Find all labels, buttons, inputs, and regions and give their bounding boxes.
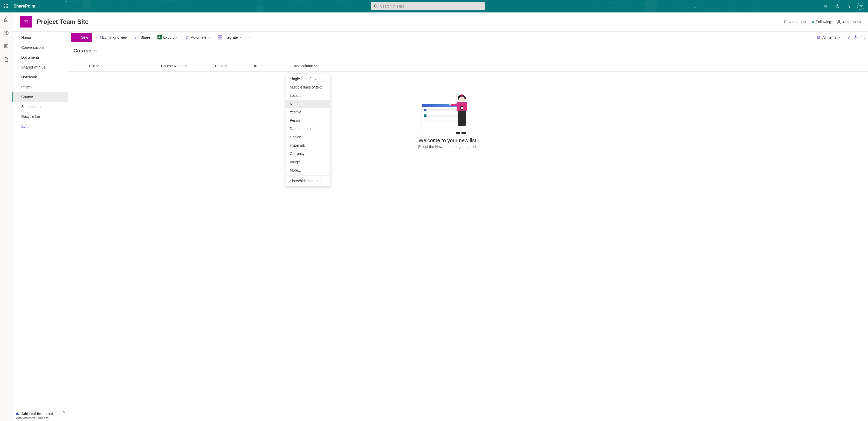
search-icon: [374, 4, 378, 8]
privacy-label: Private group: [784, 20, 806, 24]
list-title: Course: [73, 48, 91, 54]
list-icon: [817, 35, 821, 39]
svg-rect-13: [4, 4, 5, 5]
dropdown-item-date[interactable]: Date and time: [286, 125, 330, 133]
column-header-title[interactable]: Title: [86, 63, 159, 69]
nav-shared-with-us[interactable]: Shared with us: [12, 62, 68, 72]
nav-conversations[interactable]: Conversations: [12, 42, 68, 53]
info-icon[interactable]: [854, 35, 858, 39]
teams-icon: [16, 412, 20, 416]
dropdown-item-number[interactable]: Number: [286, 100, 330, 108]
svg-rect-16: [4, 6, 5, 6]
svg-point-12: [694, 7, 696, 8]
following-button[interactable]: ★ Following: [811, 20, 831, 24]
dropdown-item-multi-line[interactable]: Multiple lines of text: [286, 83, 330, 91]
svg-line-9: [695, 8, 773, 11]
search-input[interactable]: [380, 4, 483, 8]
user-avatar[interactable]: CP: [857, 3, 864, 10]
members-label: 4 members: [843, 20, 861, 24]
svg-point-46: [856, 36, 856, 37]
help-icon[interactable]: [845, 2, 854, 10]
app-body: PT Project Team Site Private group ★ Fol…: [0, 12, 868, 421]
main-column: ＋ New Edit in grid view Share Export: [68, 31, 868, 421]
news-icon[interactable]: [4, 43, 9, 50]
site-title[interactable]: Project Team Site: [37, 18, 89, 25]
svg-rect-20: [6, 7, 6, 8]
chevron-down-icon: [175, 36, 178, 39]
home-icon[interactable]: [4, 17, 9, 23]
site-logo[interactable]: PT: [20, 16, 32, 28]
grid-icon: [96, 35, 101, 39]
automate-icon: [185, 35, 189, 39]
column-header-course-name[interactable]: Course Name: [159, 63, 198, 69]
svg-rect-37: [218, 35, 220, 37]
star-icon: ★: [811, 20, 815, 24]
dropdown-item-show-hide[interactable]: Show/hide columns: [286, 177, 330, 185]
chevron-down-icon: [96, 65, 99, 67]
chevron-down-icon: [184, 65, 187, 67]
nav-home[interactable]: Home: [12, 33, 68, 42]
members-button[interactable]: 4 members: [837, 20, 861, 24]
chevron-down-icon: [261, 65, 263, 67]
svg-line-6: [66, 0, 259, 2]
dropdown-item-single-line[interactable]: Single line of text: [286, 75, 330, 83]
svg-rect-33: [97, 36, 100, 39]
svg-rect-27: [4, 44, 8, 48]
share-icon: [135, 35, 139, 39]
chevron-down-icon: [240, 36, 242, 39]
settings-gear-icon[interactable]: [833, 2, 841, 10]
svg-rect-14: [6, 4, 6, 5]
more-button[interactable]: ···: [247, 34, 254, 40]
excel-icon: [157, 35, 162, 39]
chevron-down-icon: [224, 65, 227, 67]
view-selector[interactable]: All Items: [814, 34, 843, 41]
close-icon[interactable]: ✕: [63, 410, 66, 414]
favorite-star-icon[interactable]: ☆: [94, 48, 97, 53]
hub-row: Home Conversations Documents Shared with…: [12, 31, 868, 421]
empty-state: Welcome to your new list Select the New …: [48, 72, 847, 149]
svg-rect-17: [6, 6, 6, 6]
svg-rect-31: [17, 413, 18, 415]
nav-documents[interactable]: Documents: [12, 53, 68, 62]
edit-grid-button[interactable]: Edit in grid view: [94, 34, 130, 41]
svg-point-24: [837, 5, 838, 7]
svg-point-30: [838, 20, 840, 22]
automate-button[interactable]: Automate: [183, 34, 213, 41]
search-box[interactable]: [371, 2, 485, 10]
dropdown-item-more[interactable]: More...: [286, 166, 330, 174]
filter-icon[interactable]: [846, 35, 850, 39]
dropdown-item-person[interactable]: Person: [286, 116, 330, 125]
svg-line-8: [607, 2, 695, 8]
dropdown-item-yesno[interactable]: Yes/No: [286, 108, 330, 116]
column-header-url[interactable]: URL: [229, 63, 266, 69]
chevron-down-icon: [314, 65, 317, 67]
dropdown-item-location[interactable]: Location: [286, 91, 330, 100]
column-header-price[interactable]: Price: [198, 63, 229, 69]
add-column-button[interactable]: ＋ Add column: [286, 63, 333, 69]
dropdown-item-image[interactable]: Image: [286, 158, 330, 166]
dropdown-item-hyperlink[interactable]: Hyperlink: [286, 141, 330, 150]
new-button[interactable]: ＋ New: [71, 33, 92, 42]
megaphone-icon[interactable]: [821, 2, 830, 10]
expand-icon[interactable]: [861, 35, 865, 39]
files-icon[interactable]: [4, 57, 9, 63]
svg-rect-38: [220, 35, 222, 37]
export-button[interactable]: Export: [155, 34, 180, 41]
chevron-down-icon: [838, 36, 840, 39]
app-launcher-icon[interactable]: [0, 0, 12, 12]
dropdown-item-choice[interactable]: Choice: [286, 133, 330, 141]
svg-point-10: [65, 1, 67, 2]
chat-promo-subtitle: Add Microsoft Teams to: [16, 416, 64, 420]
svg-point-3: [594, 0, 620, 8]
svg-point-32: [19, 413, 20, 414]
chat-promo-title[interactable]: Add real-time chat: [16, 412, 64, 416]
suite-brand[interactable]: SharePoint: [13, 4, 35, 8]
person-icon: [837, 20, 841, 24]
globe-icon[interactable]: [4, 30, 9, 36]
svg-point-4: [684, 3, 706, 12]
add-column-dropdown: Single line of text Multiple lines of te…: [286, 74, 330, 186]
dropdown-item-currency[interactable]: Currency: [286, 150, 330, 158]
integrate-button[interactable]: Integrate: [215, 34, 245, 41]
suite-right: CP: [821, 2, 868, 10]
share-button[interactable]: Share: [132, 34, 153, 41]
